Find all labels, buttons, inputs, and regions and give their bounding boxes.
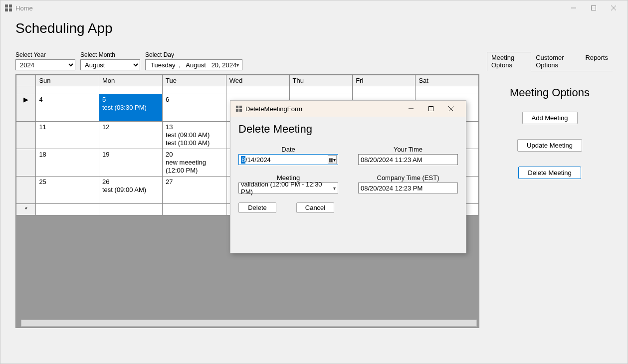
svg-rect-0 (5, 4, 8, 7)
calendar-cell[interactable]: 6 (163, 94, 226, 122)
day-label: Select Day (145, 51, 242, 58)
add-meeting-button[interactable]: Add Meeting (522, 112, 578, 124)
panel-title: Meeting Options (492, 86, 608, 99)
maximize-button[interactable] (584, 0, 604, 15)
row-marker: * (16, 204, 36, 215)
year-select[interactable]: 2024 (15, 59, 75, 70)
chevron-down-icon: ▾ (333, 185, 336, 191)
dialog-close-button[interactable] (441, 101, 461, 116)
calendar-cell[interactable] (36, 204, 99, 215)
row-marker: ▶ (16, 94, 36, 122)
maximize-icon (591, 5, 596, 10)
window-title: Home (15, 4, 33, 12)
tab-customer-options[interactable]: Customer Options (531, 52, 581, 71)
delete-meeting-button[interactable]: Delete Meeting (518, 167, 581, 179)
calendar-cell[interactable]: 26test (09:00 AM) (99, 177, 162, 204)
svg-rect-1 (9, 4, 12, 7)
calendar-cell[interactable]: 4 (36, 94, 99, 122)
close-icon (448, 106, 453, 111)
close-button[interactable] (604, 0, 624, 15)
day-header: Sun (36, 75, 99, 86)
dialog-maximize-button[interactable] (421, 101, 441, 116)
day-header: Sat (416, 75, 479, 86)
year-label: Select Year (15, 51, 75, 58)
row-marker (16, 177, 36, 204)
dialog-heading: Delete Meeting (238, 123, 458, 136)
delete-meeting-dialog: DeleteMeetingForm Delete Meeting Date (230, 100, 466, 253)
company-time-label: Company Time (EST) (358, 174, 458, 182)
day-header: Wed (226, 75, 289, 86)
minimize-button[interactable] (564, 0, 584, 15)
calendar-cell[interactable] (416, 86, 479, 94)
dialog-app-icon (235, 105, 242, 112)
svg-rect-11 (239, 109, 242, 112)
your-time-input[interactable] (358, 154, 458, 165)
close-icon (611, 5, 616, 10)
meeting-select[interactable]: validation (12:00 PM - 12:30 PM) ▾ (238, 182, 338, 193)
main-window: Home Scheduling App Select Year 2024 (0, 0, 628, 364)
calendar-cell[interactable]: 12 (99, 122, 162, 149)
calendar-cell[interactable] (289, 86, 353, 94)
dialog-delete-button[interactable]: Delete (238, 202, 276, 213)
dialog-minimize-button[interactable] (401, 101, 421, 116)
horizontal-scrollbar[interactable] (21, 320, 477, 327)
main-titlebar: Home (0, 0, 628, 15)
calendar-cell[interactable] (226, 86, 289, 94)
date-value: 8/14/2024 (239, 156, 271, 164)
day-header: Mon (99, 75, 162, 86)
svg-rect-3 (9, 8, 12, 11)
calendar-dropdown-icon[interactable]: ▦▾ (328, 155, 337, 164)
chevron-down-icon: ▾ (236, 62, 239, 68)
calendar-cell[interactable]: 27 (163, 177, 226, 204)
row-marker (16, 86, 36, 94)
minimize-icon (409, 106, 414, 111)
day-picker[interactable]: Tuesday , August 20, 2024 ▾ (145, 59, 242, 70)
meeting-select-value: validation (12:00 PM - 12:30 PM) (241, 181, 333, 195)
svg-rect-13 (429, 107, 433, 111)
calendar-cell[interactable] (99, 204, 162, 215)
svg-rect-10 (236, 109, 238, 112)
month-select[interactable]: August (80, 59, 140, 70)
calendar-cell[interactable]: 20new meeeting (12:00 PM) (163, 149, 226, 177)
calendar-cell[interactable]: 25 (36, 177, 99, 204)
calendar-cell[interactable] (99, 86, 162, 94)
day-header: Fri (353, 75, 416, 86)
date-label: Date (238, 146, 338, 153)
company-time-input[interactable] (358, 182, 458, 193)
calendar-cell[interactable]: 11 (36, 122, 99, 149)
month-label: Select Month (80, 51, 140, 58)
calendar-cell[interactable]: 13test (09:00 AM)test (10:00 AM) (163, 122, 226, 149)
calendar-cell[interactable] (163, 204, 226, 215)
svg-rect-8 (236, 106, 238, 108)
date-input[interactable]: 8/14/2024 ▦▾ (238, 154, 338, 165)
row-header-col (16, 75, 36, 86)
svg-rect-2 (5, 8, 8, 11)
svg-rect-9 (239, 106, 242, 108)
your-time-label: Your Time (358, 146, 458, 153)
day-header: Tue (163, 75, 226, 86)
calendar-cell[interactable] (353, 86, 416, 94)
day-header: Thu (289, 75, 353, 86)
row-marker (16, 149, 36, 177)
calendar-cell[interactable] (163, 86, 226, 94)
calendar-cell[interactable]: 19 (99, 149, 162, 177)
tab-reports[interactable]: Reports (581, 52, 613, 71)
minimize-icon (571, 5, 576, 10)
update-meeting-button[interactable]: Update Meeting (517, 139, 582, 152)
dialog-title: DeleteMeetingForm (245, 105, 302, 113)
calendar-cell[interactable] (36, 86, 99, 94)
row-marker (16, 122, 36, 149)
page-title: Scheduling App (15, 20, 613, 36)
dialog-titlebar: DeleteMeetingForm (230, 101, 466, 117)
meeting-options-pane: Meeting Options Add Meeting Update Meeti… (487, 71, 613, 204)
maximize-icon (428, 106, 433, 111)
tab-meeting-optons[interactable]: Meeting Optons (487, 52, 531, 71)
calendar-cell[interactable]: 5test (03:30 PM) (99, 94, 162, 122)
svg-rect-5 (592, 6, 596, 10)
day-picker-value: Tuesday , August 20, 2024 (151, 61, 236, 69)
app-icon (4, 4, 12, 12)
calendar-cell[interactable]: 18 (36, 149, 99, 177)
dialog-cancel-button[interactable]: Cancel (296, 202, 334, 213)
